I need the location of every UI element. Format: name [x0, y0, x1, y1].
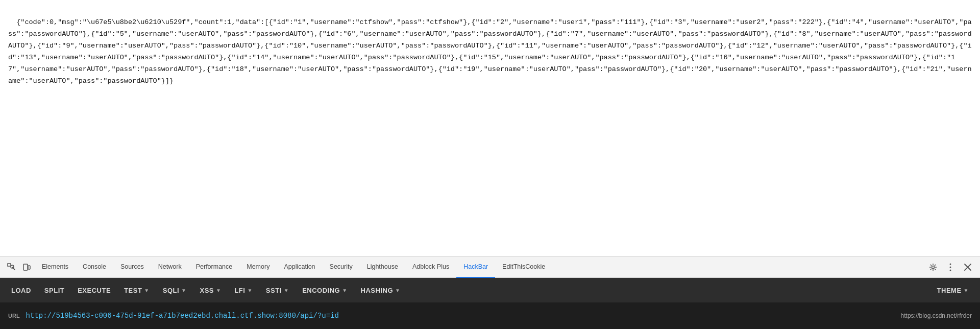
response-content: {"code":0,"msg":"\u67e5\u8be2\u6210\u529…: [0, 0, 980, 184]
response-text: {"code":0,"msg":"\u67e5\u8be2\u6210\u529…: [8, 18, 972, 85]
